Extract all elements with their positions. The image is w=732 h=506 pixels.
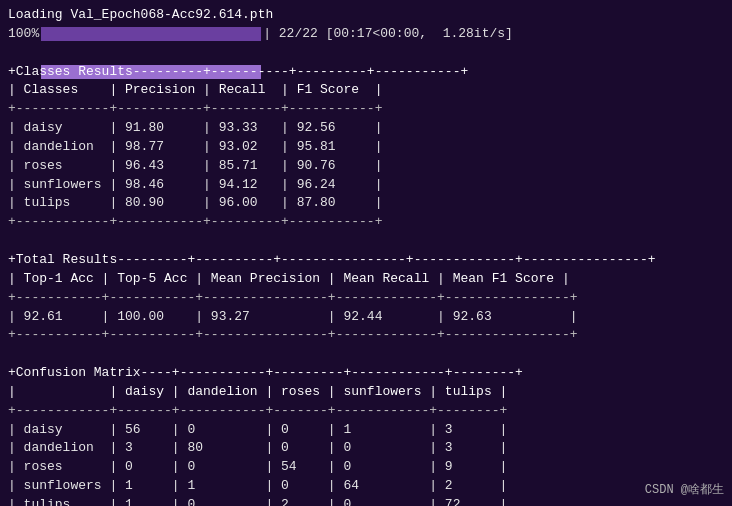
total-header: | Top-1 Acc | Top-5 Acc | Mean Precision… (8, 270, 724, 289)
progress-bar-container (41, 27, 261, 41)
progress-line: 100% | 22/22 [00:17<00:00, 1.28it/s] (8, 25, 724, 44)
classes-header: | Classes | Precision | Recall | F1 Scor… (8, 81, 724, 100)
total-bottom: +-----------+-----------+---------------… (8, 326, 724, 345)
classes-row-2: | roses | 96.43 | 85.71 | 90.76 | (8, 157, 724, 176)
classes-row-0: | daisy | 91.80 | 93.33 | 92.56 | (8, 119, 724, 138)
confusion-header: | | daisy | dandelion | roses | sunflowe… (8, 383, 724, 402)
classes-bottom: +------------+-----------+---------+----… (8, 213, 724, 232)
confusion-title: +Confusion Matrix----+-----------+------… (8, 364, 724, 383)
classes-row-1: | dandelion | 98.77 | 93.02 | 95.81 | (8, 138, 724, 157)
classes-row-3: | sunflowers | 98.46 | 94.12 | 96.24 | (8, 176, 724, 195)
confusion-row-3: | sunflowers | 1 | 1 | 0 | 64 | 2 | (8, 477, 724, 496)
classes-row-4: | tulips | 80.90 | 96.00 | 87.80 | (8, 194, 724, 213)
confusion-row-0: | daisy | 56 | 0 | 0 | 1 | 3 | (8, 421, 724, 440)
confusion-divider: +------------+-------+-----------+------… (8, 402, 724, 421)
watermark: CSDN @啥都生 (645, 481, 724, 498)
confusion-row-4: | tulips | 1 | 0 | 2 | 0 | 72 | (8, 496, 724, 506)
blank-line-2 (8, 232, 724, 251)
classes-title: +Classes Results---------+----------+---… (8, 63, 724, 82)
progress-percent: 100% (8, 25, 39, 44)
total-title: +Total Results---------+----------+-----… (8, 251, 724, 270)
blank-line-3 (8, 345, 724, 364)
loading-line: Loading Val_Epoch068-Acc92.614.pth (8, 6, 724, 25)
total-row: | 92.61 | 100.00 | 93.27 | 92.44 | 92.63… (8, 308, 724, 327)
confusion-row-1: | dandelion | 3 | 80 | 0 | 0 | 3 | (8, 439, 724, 458)
total-divider: +-----------+-----------+---------------… (8, 289, 724, 308)
classes-divider-top: +------------+-----------+---------+----… (8, 100, 724, 119)
progress-info: | 22/22 [00:17<00:00, 1.28it/s] (263, 25, 513, 44)
confusion-row-2: | roses | 0 | 0 | 54 | 0 | 9 | (8, 458, 724, 477)
